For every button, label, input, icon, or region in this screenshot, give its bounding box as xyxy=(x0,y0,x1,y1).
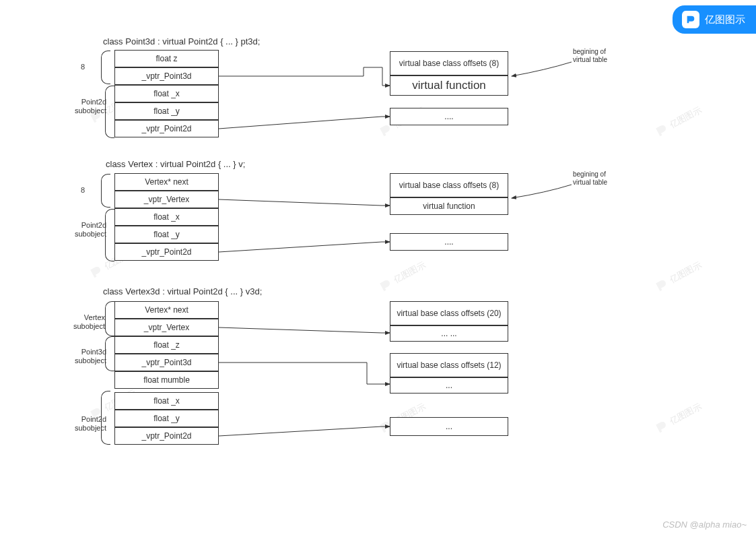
vt-cell: ... xyxy=(390,377,508,394)
vertex3d-point3d-label: Point3d subobject xyxy=(66,348,106,365)
vt-cell: virtual base class offsets (12) xyxy=(390,353,508,377)
vt-cell: virtual base class offsets (20) xyxy=(390,301,508,325)
watermark: 亿图图示 xyxy=(653,400,704,435)
member-cell: float _x xyxy=(114,85,219,102)
vt-cell: virtual function xyxy=(390,197,508,215)
watermark: 亿图图示 xyxy=(653,258,704,294)
member-cell: _vptr_Point3d xyxy=(114,354,219,371)
point3d-title: class Point3d : virtual Point2d { ... } … xyxy=(103,36,260,46)
bracket xyxy=(105,336,114,371)
vt-cell: virtual base class offsets (8) xyxy=(390,51,508,75)
member-cell: _vptr_Point3d xyxy=(114,67,219,85)
vt-caption: begining of virtual table xyxy=(573,170,633,187)
member-cell: float _z xyxy=(114,336,219,354)
vertex3d-vertex-label: Vertex subobject xyxy=(67,313,105,331)
watermark: 亿图图示 xyxy=(377,258,428,294)
bracket xyxy=(105,209,114,261)
member-cell: float mumble xyxy=(114,371,219,389)
connectors xyxy=(0,0,756,535)
vertex-title: class Vertex : virtual Point2d { ... } v… xyxy=(106,159,245,169)
member-cell: _vptr_Point2d xyxy=(114,427,219,445)
member-cell: Vertex* next xyxy=(114,173,219,191)
logo-icon xyxy=(682,11,699,28)
bracket xyxy=(101,51,110,84)
badge-text: 亿图图示 xyxy=(705,13,745,26)
vertex3d-point2d-label: Point2d subobject xyxy=(66,415,106,433)
member-cell: float z xyxy=(114,50,219,67)
vt-cell: ... xyxy=(390,417,508,436)
vt-cell: virtual function xyxy=(390,75,508,96)
vertex-sub-label: Point2d subobject xyxy=(69,221,106,239)
watermark: 亿图图示 xyxy=(653,103,704,139)
vt-cell: ... ... xyxy=(390,325,508,342)
member-cell: _vptr_Point2d xyxy=(114,243,219,261)
member-cell: float _x xyxy=(114,208,219,226)
member-cell: float _y xyxy=(114,102,219,120)
vt-cell: .... xyxy=(390,108,508,125)
vertex3d-title: class Vertex3d : virtual Point2d { ... }… xyxy=(103,286,262,296)
vertex-size-label: 8 xyxy=(81,186,85,195)
vt-cell: .... xyxy=(390,233,508,251)
member-cell: float _y xyxy=(114,226,219,243)
member-cell: float _x xyxy=(114,392,219,410)
member-cell: float _y xyxy=(114,410,219,427)
app-badge: 亿图图示 xyxy=(673,5,756,34)
member-cell: _vptr_Vertex xyxy=(114,191,219,208)
bracket xyxy=(105,301,114,336)
point3d-sub-label: Point2d subobject xyxy=(69,98,106,115)
bracket xyxy=(105,86,114,138)
vt-cell: virtual base class offsets (8) xyxy=(390,173,508,197)
member-cell: Vertex* next xyxy=(114,301,219,319)
vt-caption: begining of virtual table xyxy=(573,48,633,64)
bracket xyxy=(101,174,110,208)
member-cell: _vptr_Vertex xyxy=(114,319,219,336)
point3d-size-label: 8 xyxy=(81,63,85,71)
footer-credit: CSDN @alpha miao~ xyxy=(662,520,747,530)
member-cell: _vptr_Point2d xyxy=(114,120,219,137)
